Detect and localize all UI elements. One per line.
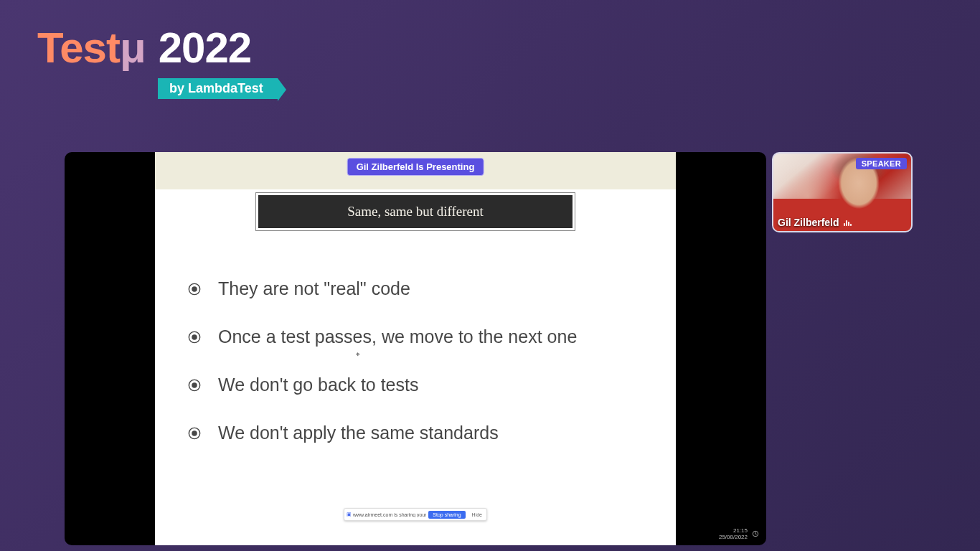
clock-icon [752,530,759,537]
stop-sharing-button[interactable]: Stop sharing [428,511,465,519]
slide: Same, same but different They are not "r… [155,152,676,545]
hide-share-bar-button[interactable]: Hide [468,512,486,517]
svg-point-7 [192,430,197,436]
bullet-target-icon [188,379,201,392]
svg-point-1 [192,286,197,292]
svg-point-5 [192,382,197,388]
logo-byline-ribbon: by LambdaTest [158,78,278,99]
logo-brand: Testμ [37,23,146,72]
bullet-item: Once a test passes, we move to the next … [188,326,654,347]
share-indicator-icon: ▣ [344,512,353,517]
bullet-item: We don't apply the same standards [188,423,654,443]
screen-share-bar: ▣ www.airmeet.com is sharing your screen… [344,508,487,521]
speaker-name-label: Gil Zilberfeld [778,217,852,228]
speaker-role-badge: SPEAKER [856,158,907,169]
logo-brand-mu: μ [120,24,146,72]
stage-timestamp: 21:15 25/08/2022 [719,527,748,541]
bullet-item: They are not "real" code [188,278,654,299]
audio-level-icon [844,219,852,226]
event-logo: Testμ 2022 by LambdaTest [37,23,278,99]
bullet-item: We don't go back to tests [188,375,654,395]
speaker-video-tile[interactable]: SPEAKER Gil Zilberfeld [772,152,913,232]
bullet-text: We don't apply the same standards [218,423,499,443]
bullet-text: They are not "real" code [218,278,410,299]
bullet-target-icon [188,331,201,344]
slide-title: Same, same but different [258,195,573,228]
speaker-name-text: Gil Zilberfeld [778,217,839,228]
stage-date: 25/08/2022 [719,534,748,541]
logo-brand-part1: Test [37,24,120,72]
presentation-stage: Same, same but different They are not "r… [65,152,766,545]
presenting-badge: Gil Zilberfeld Is Presenting [347,158,484,176]
stage-time: 21:15 [719,527,748,534]
bullet-text: Once a test passes, we move to the next … [218,326,577,347]
share-message: www.airmeet.com is sharing your screen. [353,512,426,517]
slide-title-box: Same, same but different [255,192,575,231]
bullet-target-icon [188,283,201,296]
slide-bullets: They are not "real" code Once a test pas… [188,278,654,471]
svg-point-3 [192,334,197,340]
logo-byline-text: by LambdaTest [169,81,263,95]
logo-year: 2022 [159,23,251,72]
logo-main: Testμ 2022 [37,23,278,72]
stage-footer: 21:15 25/08/2022 [719,527,759,541]
bullet-target-icon [188,427,201,440]
bullet-text: We don't go back to tests [218,375,418,395]
